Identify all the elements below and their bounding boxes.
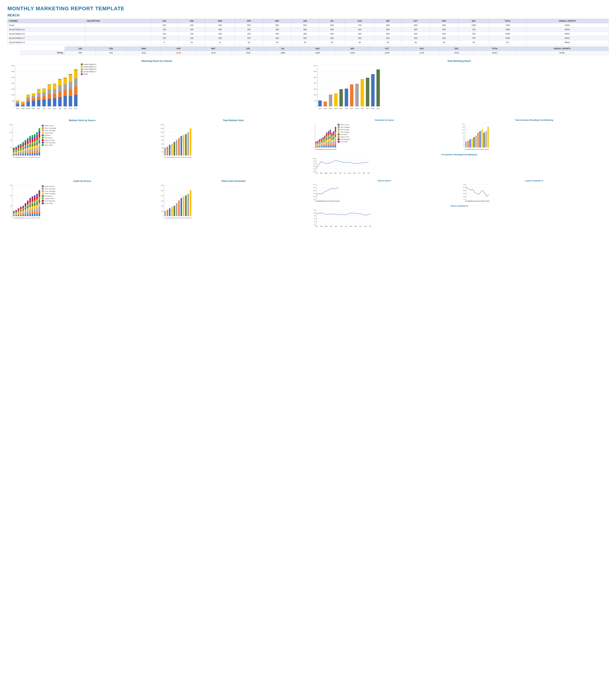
- legend-item: Offline Sources: [338, 124, 350, 126]
- svg-rect-539: [25, 210, 26, 211]
- svg-rect-54: [48, 89, 51, 94]
- reach-table-section: CHANNEL DESCRIPTION JAN FEB MAR APR MAY …: [8, 19, 608, 55]
- svg-rect-205: [27, 144, 28, 146]
- svg-rect-363: [326, 140, 327, 142]
- svg-rect-626: [178, 201, 180, 216]
- reach-cell: 10: [235, 40, 263, 45]
- svg-rect-451: [483, 133, 485, 148]
- svg-rect-555: [29, 212, 31, 214]
- svg-rect-224: [32, 144, 33, 146]
- svg-rect-384: [330, 132, 331, 134]
- svg-text:NOV: NOV: [363, 173, 365, 174]
- svg-rect-498: [13, 211, 15, 212]
- svg-text:SEP: SEP: [353, 173, 356, 174]
- total-leads-title: Total Leads Generated: [159, 180, 308, 183]
- svg-text:200: 200: [161, 205, 163, 207]
- svg-text:2000: 2000: [313, 82, 317, 84]
- svg-text:100: 100: [462, 132, 464, 134]
- svg-text:FEB: FEB: [320, 226, 323, 227]
- svg-rect-345: [323, 142, 324, 143]
- reach-by-channel-title: Marketing Reach by Channel: [9, 60, 305, 62]
- svg-text:52%: 52%: [313, 168, 316, 170]
- svg-rect-389: [331, 142, 332, 144]
- total-reach-svg: 0500100015002000250030003500JANFEBMARAPR…: [311, 63, 382, 112]
- svg-text:MAY: MAY: [173, 217, 176, 218]
- svg-rect-523: [20, 209, 22, 210]
- svg-text:32%: 32%: [313, 190, 316, 191]
- reach-cell: 4300: [489, 32, 526, 36]
- svg-rect-74: [63, 78, 67, 78]
- svg-rect-297: [185, 134, 187, 155]
- svg-rect-558: [29, 205, 31, 207]
- svg-rect-202: [27, 150, 28, 152]
- svg-rect-226: [32, 140, 33, 142]
- svg-rect-548: [27, 208, 28, 210]
- svg-text:JUN: JUN: [175, 217, 178, 218]
- svg-text:1600: 1600: [160, 124, 163, 125]
- reach-cell: 300: [291, 36, 319, 40]
- svg-rect-577: [34, 201, 36, 203]
- svg-rect-317: [317, 145, 318, 146]
- svg-rect-357: [324, 137, 325, 138]
- svg-rect-173: [20, 150, 22, 152]
- reach-cell: 12: [205, 40, 235, 45]
- reach-cell: 500: [374, 32, 402, 36]
- total-cell: 1880: [265, 51, 300, 55]
- svg-rect-255: [39, 137, 40, 140]
- svg-text:NOV: NOV: [69, 108, 72, 109]
- svg-rect-70: [63, 96, 67, 107]
- svg-rect-161: [18, 153, 19, 154]
- svg-rect-127: [377, 70, 380, 107]
- svg-text:MAR: MAR: [26, 108, 30, 109]
- svg-rect-145: [13, 150, 15, 151]
- svg-rect-358: [324, 136, 325, 137]
- svg-rect-549: [27, 207, 28, 208]
- svg-rect-513: [18, 211, 19, 212]
- svg-text:60: 60: [463, 138, 464, 139]
- svg-rect-59: [53, 93, 56, 98]
- reach-cell: 200: [235, 27, 263, 32]
- svg-rect-31: [26, 95, 30, 97]
- visit-to-lead: Visit to Lead % 20%24%28%32%36%40%JANFEB…: [310, 180, 459, 204]
- svg-rect-201: [27, 152, 28, 153]
- svg-rect-73: [63, 78, 67, 84]
- svg-rect-243: [36, 145, 38, 148]
- svg-rect-211: [29, 151, 31, 153]
- svg-rect-175: [20, 148, 22, 149]
- svg-rect-309: [315, 145, 317, 145]
- svg-rect-393: [331, 135, 332, 136]
- svg-text:45%: 45%: [463, 184, 466, 185]
- svg-rect-355: [324, 140, 325, 141]
- svg-rect-144: [13, 151, 15, 152]
- svg-rect-362: [326, 142, 327, 144]
- col-jun: JUN: [291, 19, 319, 23]
- svg-rect-253: [39, 143, 40, 146]
- svg-text:FEB: FEB: [320, 173, 322, 174]
- svg-rect-187: [22, 143, 24, 145]
- reach-cell: 600%: [526, 27, 608, 32]
- svg-rect-19: [16, 101, 19, 102]
- website-visits-by-source: Website Visits by Source 040080012001600…: [8, 119, 157, 176]
- legend-item: Direct Traffic: [42, 202, 55, 204]
- svg-rect-381: [330, 138, 331, 141]
- svg-text:DEC: DEC: [338, 200, 340, 202]
- svg-rect-328: [319, 142, 320, 143]
- reach-cell: 400: [205, 23, 235, 27]
- reach-channel-legend: Social Platform DSocial Platform CSocial…: [81, 63, 97, 75]
- svg-rect-540: [25, 208, 26, 210]
- svg-rect-595: [39, 197, 40, 200]
- svg-rect-42: [37, 93, 40, 97]
- svg-rect-40: [37, 100, 40, 107]
- leads-source-svg: 0200400600JANFEBMARAPRMAYJUNJULAUGSEPOCT…: [8, 184, 41, 221]
- svg-rect-196: [25, 143, 26, 145]
- svg-text:400: 400: [161, 195, 163, 196]
- legend-item: Email Marketing: [42, 200, 55, 202]
- svg-rect-405: [335, 145, 336, 148]
- svg-rect-43: [37, 89, 40, 93]
- svg-rect-380: [330, 141, 331, 143]
- cust-source-legend: Offline SourcesOther CampaignOther Campa…: [338, 124, 350, 142]
- reach-cell: 300: [291, 27, 319, 32]
- svg-rect-311: [315, 143, 317, 144]
- svg-rect-398: [333, 141, 334, 143]
- svg-text:MAR: MAR: [325, 173, 327, 174]
